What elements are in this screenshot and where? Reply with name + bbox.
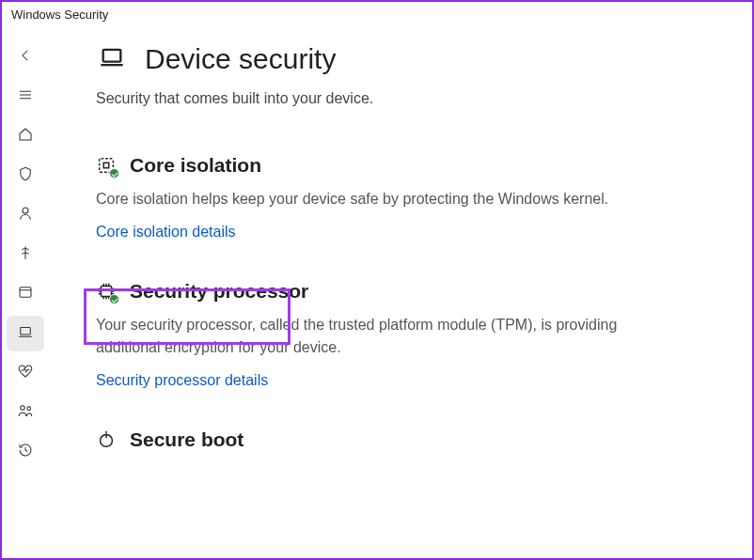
sidebar-virus-protection[interactable]	[7, 158, 44, 194]
sidebar	[2, 24, 49, 558]
laptop-icon	[96, 44, 128, 74]
security-processor-details-link[interactable]: Security processor details	[96, 372, 268, 389]
status-ok-icon	[109, 294, 119, 304]
window-icon	[17, 284, 34, 304]
svg-point-4	[27, 407, 31, 411]
page-subtitle: Security that comes built into your devi…	[96, 90, 715, 107]
arrow-left-icon	[17, 47, 34, 68]
secure-boot-icon	[96, 429, 117, 450]
history-icon	[17, 442, 34, 462]
sidebar-device-security[interactable]	[7, 316, 44, 351]
sidebar-app-browser-control[interactable]	[7, 276, 44, 312]
menu-icon	[17, 86, 34, 107]
section-description: Core isolation helps keep your device sa…	[96, 188, 622, 210]
svg-rect-2	[21, 328, 31, 335]
app-container: Device security Security that comes buil…	[2, 24, 752, 558]
security-processor-icon	[96, 281, 117, 302]
section-title: Core isolation	[130, 154, 261, 177]
window-title: Windows Security	[2, 2, 752, 24]
sidebar-family-options[interactable]	[7, 395, 44, 430]
core-isolation-icon	[96, 155, 117, 176]
sidebar-home[interactable]	[7, 118, 44, 154]
section-title: Security processor	[130, 280, 308, 303]
heart-icon	[17, 363, 34, 383]
section-header: Core isolation	[96, 154, 715, 177]
svg-rect-5	[103, 50, 121, 62]
svg-point-3	[21, 406, 25, 411]
section-title: Secure boot	[130, 428, 243, 451]
status-ok-icon	[109, 168, 119, 179]
core-isolation-details-link[interactable]: Core isolation details	[96, 224, 236, 241]
section-secure-boot: Secure boot	[96, 428, 715, 451]
laptop-icon	[17, 323, 34, 344]
wifi-icon	[17, 244, 34, 265]
section-description: Your security processor, called the trus…	[96, 314, 622, 359]
svg-rect-7	[103, 163, 109, 168]
home-icon	[17, 126, 34, 147]
sidebar-menu[interactable]	[7, 79, 44, 115]
sidebar-device-performance[interactable]	[7, 355, 44, 391]
sidebar-account-protection[interactable]	[7, 197, 44, 233]
shield-icon	[17, 165, 34, 186]
section-header: Security processor	[96, 280, 715, 303]
svg-point-0	[23, 208, 28, 213]
page-title: Device security	[145, 43, 336, 75]
people-icon	[17, 402, 34, 423]
main-content: Device security Security that comes buil…	[49, 24, 752, 558]
sidebar-back[interactable]	[7, 39, 44, 75]
svg-rect-1	[20, 288, 31, 298]
page-header: Device security	[96, 43, 715, 75]
sidebar-protection-history[interactable]	[7, 434, 44, 470]
person-icon	[17, 205, 34, 226]
section-core-isolation: Core isolation Core isolation helps keep…	[96, 154, 715, 241]
section-security-processor: Security processor Your security process…	[96, 280, 715, 389]
sidebar-firewall-network[interactable]	[7, 237, 44, 272]
